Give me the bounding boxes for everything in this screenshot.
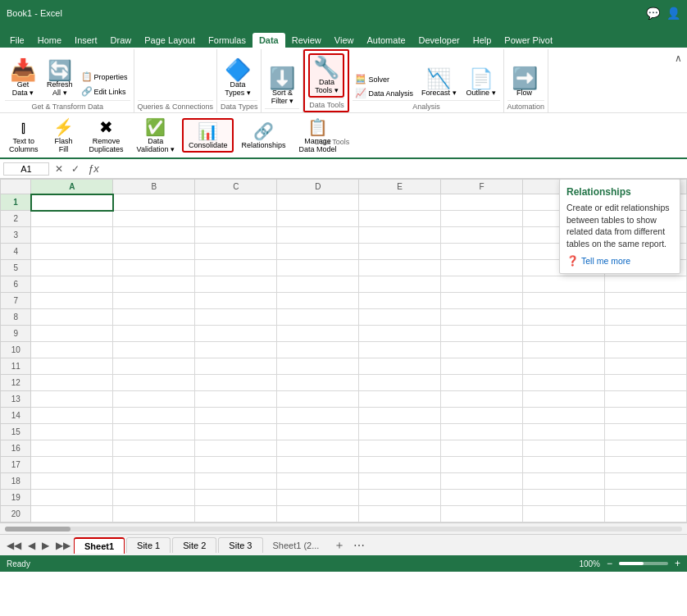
row-header-8[interactable]: 8 bbox=[1, 309, 31, 326]
cell-A7[interactable] bbox=[31, 293, 113, 309]
cell-A19[interactable] bbox=[31, 490, 113, 506]
cell-B14[interactable] bbox=[113, 408, 195, 424]
cell-D20[interactable] bbox=[277, 506, 359, 522]
solver-button[interactable]: 🧮 Solver bbox=[353, 73, 416, 85]
menu-tab-developer[interactable]: Developer bbox=[412, 33, 466, 48]
cell-D17[interactable] bbox=[277, 457, 359, 473]
cell-F8[interactable] bbox=[441, 309, 523, 326]
col-header-B[interactable]: B bbox=[113, 180, 195, 194]
cell-A20[interactable] bbox=[31, 506, 113, 522]
cell-B11[interactable] bbox=[113, 358, 195, 375]
formula-checkmark-icon[interactable]: ✓ bbox=[69, 163, 82, 175]
cell-C8[interactable] bbox=[195, 309, 277, 326]
cell-C4[interactable] bbox=[195, 244, 277, 260]
text-to-columns-button[interactable]: ⫿ Text toColumns bbox=[3, 116, 44, 156]
cell-G10[interactable] bbox=[523, 342, 605, 358]
cell-G11[interactable] bbox=[523, 358, 605, 375]
cell-G8[interactable] bbox=[523, 309, 605, 326]
cell-C5[interactable] bbox=[195, 260, 277, 276]
cell-E16[interactable] bbox=[359, 440, 441, 457]
cell-E17[interactable] bbox=[359, 457, 441, 473]
cell-G7[interactable] bbox=[523, 293, 605, 309]
cell-H13[interactable] bbox=[605, 391, 687, 408]
cell-C14[interactable] bbox=[195, 408, 277, 424]
cell-G19[interactable] bbox=[523, 490, 605, 506]
row-header-5[interactable]: 5 bbox=[1, 260, 31, 276]
get-data-button[interactable]: 📥 GetData ▾ bbox=[5, 57, 41, 99]
cell-E7[interactable] bbox=[359, 293, 441, 309]
cell-D10[interactable] bbox=[277, 342, 359, 358]
cell-F14[interactable] bbox=[441, 408, 523, 424]
row-header-1[interactable]: 1 bbox=[1, 194, 31, 211]
cell-D11[interactable] bbox=[277, 358, 359, 375]
sheet-tab-site1[interactable]: Site 1 bbox=[126, 537, 171, 553]
cell-D16[interactable] bbox=[277, 440, 359, 457]
forecast-button[interactable]: 📉 Forecast ▾ bbox=[417, 66, 461, 99]
cell-E15[interactable] bbox=[359, 424, 441, 440]
cell-E4[interactable] bbox=[359, 244, 441, 260]
data-tools-button[interactable]: 🔧 DataTools ▾ bbox=[308, 53, 344, 98]
cell-C17[interactable] bbox=[195, 457, 277, 473]
data-types-button[interactable]: 🔷 DataTypes ▾ bbox=[221, 57, 255, 99]
row-header-6[interactable]: 6 bbox=[1, 276, 31, 293]
cell-B18[interactable] bbox=[113, 473, 195, 490]
cell-D15[interactable] bbox=[277, 424, 359, 440]
cell-H12[interactable] bbox=[605, 375, 687, 391]
cell-H10[interactable] bbox=[605, 342, 687, 358]
formula-expand-icon[interactable]: ✕ bbox=[52, 163, 66, 175]
cell-E1[interactable] bbox=[359, 194, 441, 211]
cell-H18[interactable] bbox=[605, 473, 687, 490]
cell-A15[interactable] bbox=[31, 424, 113, 440]
cell-G16[interactable] bbox=[523, 440, 605, 457]
menu-tab-power-pivot[interactable]: Power Pivot bbox=[498, 33, 559, 48]
cell-E14[interactable] bbox=[359, 408, 441, 424]
cell-E9[interactable] bbox=[359, 326, 441, 342]
cell-E11[interactable] bbox=[359, 358, 441, 375]
cell-H14[interactable] bbox=[605, 408, 687, 424]
manage-data-model-button[interactable]: 📋 ManageData Model bbox=[293, 115, 342, 156]
cell-D1[interactable] bbox=[277, 194, 359, 211]
sheet-tab-dots-button[interactable]: ⋯ bbox=[350, 537, 368, 554]
cell-F19[interactable] bbox=[441, 490, 523, 506]
cell-H17[interactable] bbox=[605, 457, 687, 473]
cell-B20[interactable] bbox=[113, 506, 195, 522]
cell-H7[interactable] bbox=[605, 293, 687, 309]
horizontal-scrollbar[interactable] bbox=[0, 522, 687, 534]
cell-B19[interactable] bbox=[113, 490, 195, 506]
cell-A17[interactable] bbox=[31, 457, 113, 473]
row-header-2[interactable]: 2 bbox=[1, 211, 31, 227]
ribbon-collapse-button[interactable]: ∧ bbox=[675, 52, 682, 64]
cell-F16[interactable] bbox=[441, 440, 523, 457]
cell-B12[interactable] bbox=[113, 375, 195, 391]
zoom-slider[interactable] bbox=[619, 562, 668, 565]
cell-D2[interactable] bbox=[277, 211, 359, 227]
cell-A12[interactable] bbox=[31, 375, 113, 391]
insert-function-icon[interactable]: ƒx bbox=[85, 162, 102, 175]
menu-tab-help[interactable]: Help bbox=[466, 33, 498, 48]
row-header-10[interactable]: 10 bbox=[1, 342, 31, 358]
cell-F5[interactable] bbox=[441, 260, 523, 276]
cell-C3[interactable] bbox=[195, 227, 277, 244]
flash-fill-button[interactable]: ⚡ FlashFill bbox=[46, 115, 82, 156]
row-header-20[interactable]: 20 bbox=[1, 506, 31, 522]
cell-C16[interactable] bbox=[195, 440, 277, 457]
cell-A3[interactable] bbox=[31, 227, 113, 244]
row-header-19[interactable]: 19 bbox=[1, 490, 31, 506]
cell-E8[interactable] bbox=[359, 309, 441, 326]
cell-F7[interactable] bbox=[441, 293, 523, 309]
cell-A13[interactable] bbox=[31, 391, 113, 408]
cell-A8[interactable] bbox=[31, 309, 113, 326]
cell-H8[interactable] bbox=[605, 309, 687, 326]
cell-A14[interactable] bbox=[31, 408, 113, 424]
cell-A2[interactable] bbox=[31, 211, 113, 227]
cell-F20[interactable] bbox=[441, 506, 523, 522]
sort-filter-button[interactable]: ⬇️ Sort &Filter ▾ bbox=[265, 65, 299, 107]
cell-A16[interactable] bbox=[31, 440, 113, 457]
cell-F15[interactable] bbox=[441, 424, 523, 440]
add-sheet-button[interactable]: ＋ bbox=[329, 536, 350, 554]
cell-D4[interactable] bbox=[277, 244, 359, 260]
cell-G17[interactable] bbox=[523, 457, 605, 473]
cell-C10[interactable] bbox=[195, 342, 277, 358]
scroll-thumb[interactable] bbox=[5, 527, 71, 532]
row-header-18[interactable]: 18 bbox=[1, 473, 31, 490]
